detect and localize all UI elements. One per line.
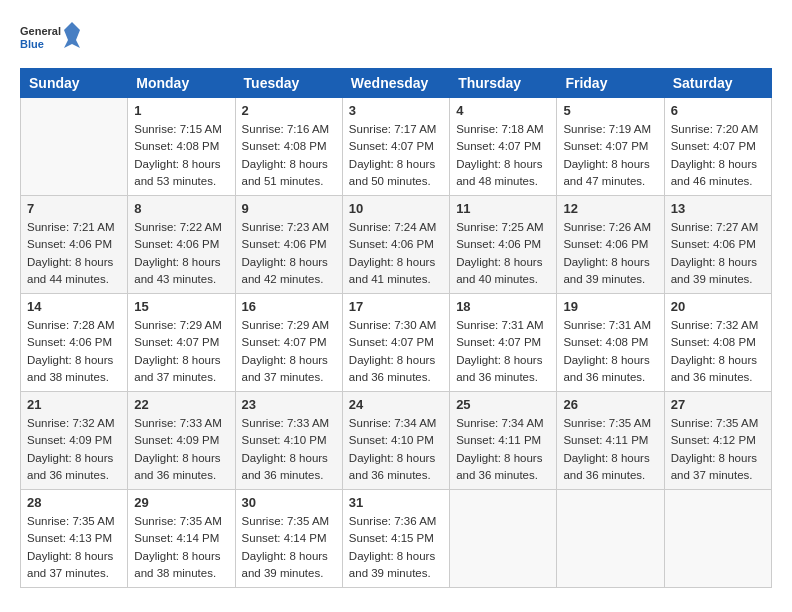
day-info: Sunrise: 7:35 AMSunset: 4:14 PMDaylight:… (242, 513, 336, 582)
calendar-cell: 26Sunrise: 7:35 AMSunset: 4:11 PMDayligh… (557, 392, 664, 490)
calendar-cell: 2Sunrise: 7:16 AMSunset: 4:08 PMDaylight… (235, 98, 342, 196)
day-number: 31 (349, 495, 443, 510)
day-info: Sunrise: 7:23 AMSunset: 4:06 PMDaylight:… (242, 219, 336, 288)
calendar-cell: 28Sunrise: 7:35 AMSunset: 4:13 PMDayligh… (21, 490, 128, 588)
calendar-cell: 29Sunrise: 7:35 AMSunset: 4:14 PMDayligh… (128, 490, 235, 588)
calendar-cell: 23Sunrise: 7:33 AMSunset: 4:10 PMDayligh… (235, 392, 342, 490)
day-info: Sunrise: 7:21 AMSunset: 4:06 PMDaylight:… (27, 219, 121, 288)
calendar-cell: 8Sunrise: 7:22 AMSunset: 4:06 PMDaylight… (128, 196, 235, 294)
calendar-cell: 12Sunrise: 7:26 AMSunset: 4:06 PMDayligh… (557, 196, 664, 294)
calendar-cell: 1Sunrise: 7:15 AMSunset: 4:08 PMDaylight… (128, 98, 235, 196)
day-number: 4 (456, 103, 550, 118)
calendar-cell (21, 98, 128, 196)
week-row-4: 21Sunrise: 7:32 AMSunset: 4:09 PMDayligh… (21, 392, 772, 490)
day-number: 12 (563, 201, 657, 216)
day-number: 23 (242, 397, 336, 412)
day-number: 24 (349, 397, 443, 412)
calendar-cell: 24Sunrise: 7:34 AMSunset: 4:10 PMDayligh… (342, 392, 449, 490)
calendar-cell (664, 490, 771, 588)
day-info: Sunrise: 7:35 AMSunset: 4:12 PMDaylight:… (671, 415, 765, 484)
day-info: Sunrise: 7:32 AMSunset: 4:08 PMDaylight:… (671, 317, 765, 386)
day-number: 13 (671, 201, 765, 216)
calendar-cell: 11Sunrise: 7:25 AMSunset: 4:06 PMDayligh… (450, 196, 557, 294)
calendar-cell (557, 490, 664, 588)
day-info: Sunrise: 7:19 AMSunset: 4:07 PMDaylight:… (563, 121, 657, 190)
day-info: Sunrise: 7:26 AMSunset: 4:06 PMDaylight:… (563, 219, 657, 288)
day-info: Sunrise: 7:29 AMSunset: 4:07 PMDaylight:… (134, 317, 228, 386)
calendar-cell: 13Sunrise: 7:27 AMSunset: 4:06 PMDayligh… (664, 196, 771, 294)
day-info: Sunrise: 7:30 AMSunset: 4:07 PMDaylight:… (349, 317, 443, 386)
day-number: 21 (27, 397, 121, 412)
calendar-cell (450, 490, 557, 588)
header-wednesday: Wednesday (342, 69, 449, 98)
calendar-cell: 4Sunrise: 7:18 AMSunset: 4:07 PMDaylight… (450, 98, 557, 196)
header-monday: Monday (128, 69, 235, 98)
day-info: Sunrise: 7:33 AMSunset: 4:09 PMDaylight:… (134, 415, 228, 484)
header-row: SundayMondayTuesdayWednesdayThursdayFrid… (21, 69, 772, 98)
header-friday: Friday (557, 69, 664, 98)
calendar-cell: 19Sunrise: 7:31 AMSunset: 4:08 PMDayligh… (557, 294, 664, 392)
day-number: 30 (242, 495, 336, 510)
calendar-table: SundayMondayTuesdayWednesdayThursdayFrid… (20, 68, 772, 588)
day-info: Sunrise: 7:22 AMSunset: 4:06 PMDaylight:… (134, 219, 228, 288)
day-info: Sunrise: 7:35 AMSunset: 4:14 PMDaylight:… (134, 513, 228, 582)
calendar-cell: 9Sunrise: 7:23 AMSunset: 4:06 PMDaylight… (235, 196, 342, 294)
week-row-3: 14Sunrise: 7:28 AMSunset: 4:06 PMDayligh… (21, 294, 772, 392)
header-saturday: Saturday (664, 69, 771, 98)
calendar-cell: 27Sunrise: 7:35 AMSunset: 4:12 PMDayligh… (664, 392, 771, 490)
day-number: 22 (134, 397, 228, 412)
day-info: Sunrise: 7:15 AMSunset: 4:08 PMDaylight:… (134, 121, 228, 190)
day-number: 3 (349, 103, 443, 118)
day-number: 27 (671, 397, 765, 412)
calendar-cell: 25Sunrise: 7:34 AMSunset: 4:11 PMDayligh… (450, 392, 557, 490)
page-header: General Blue (20, 20, 772, 60)
header-sunday: Sunday (21, 69, 128, 98)
calendar-cell: 14Sunrise: 7:28 AMSunset: 4:06 PMDayligh… (21, 294, 128, 392)
calendar-cell: 30Sunrise: 7:35 AMSunset: 4:14 PMDayligh… (235, 490, 342, 588)
day-number: 1 (134, 103, 228, 118)
day-number: 25 (456, 397, 550, 412)
week-row-1: 1Sunrise: 7:15 AMSunset: 4:08 PMDaylight… (21, 98, 772, 196)
day-info: Sunrise: 7:27 AMSunset: 4:06 PMDaylight:… (671, 219, 765, 288)
header-tuesday: Tuesday (235, 69, 342, 98)
day-info: Sunrise: 7:29 AMSunset: 4:07 PMDaylight:… (242, 317, 336, 386)
day-info: Sunrise: 7:16 AMSunset: 4:08 PMDaylight:… (242, 121, 336, 190)
day-number: 26 (563, 397, 657, 412)
day-number: 5 (563, 103, 657, 118)
day-info: Sunrise: 7:28 AMSunset: 4:06 PMDaylight:… (27, 317, 121, 386)
day-number: 19 (563, 299, 657, 314)
calendar-cell: 10Sunrise: 7:24 AMSunset: 4:06 PMDayligh… (342, 196, 449, 294)
day-number: 15 (134, 299, 228, 314)
day-info: Sunrise: 7:33 AMSunset: 4:10 PMDaylight:… (242, 415, 336, 484)
day-number: 6 (671, 103, 765, 118)
day-info: Sunrise: 7:35 AMSunset: 4:13 PMDaylight:… (27, 513, 121, 582)
day-info: Sunrise: 7:32 AMSunset: 4:09 PMDaylight:… (27, 415, 121, 484)
day-number: 2 (242, 103, 336, 118)
day-number: 28 (27, 495, 121, 510)
calendar-cell: 5Sunrise: 7:19 AMSunset: 4:07 PMDaylight… (557, 98, 664, 196)
calendar-cell: 21Sunrise: 7:32 AMSunset: 4:09 PMDayligh… (21, 392, 128, 490)
logo-svg: General Blue (20, 20, 80, 60)
day-info: Sunrise: 7:35 AMSunset: 4:11 PMDaylight:… (563, 415, 657, 484)
day-number: 20 (671, 299, 765, 314)
day-number: 14 (27, 299, 121, 314)
calendar-cell: 17Sunrise: 7:30 AMSunset: 4:07 PMDayligh… (342, 294, 449, 392)
week-row-5: 28Sunrise: 7:35 AMSunset: 4:13 PMDayligh… (21, 490, 772, 588)
day-info: Sunrise: 7:17 AMSunset: 4:07 PMDaylight:… (349, 121, 443, 190)
calendar-cell: 18Sunrise: 7:31 AMSunset: 4:07 PMDayligh… (450, 294, 557, 392)
calendar-cell: 16Sunrise: 7:29 AMSunset: 4:07 PMDayligh… (235, 294, 342, 392)
calendar-cell: 3Sunrise: 7:17 AMSunset: 4:07 PMDaylight… (342, 98, 449, 196)
calendar-cell: 20Sunrise: 7:32 AMSunset: 4:08 PMDayligh… (664, 294, 771, 392)
day-number: 16 (242, 299, 336, 314)
day-info: Sunrise: 7:20 AMSunset: 4:07 PMDaylight:… (671, 121, 765, 190)
day-info: Sunrise: 7:31 AMSunset: 4:07 PMDaylight:… (456, 317, 550, 386)
day-info: Sunrise: 7:18 AMSunset: 4:07 PMDaylight:… (456, 121, 550, 190)
day-number: 10 (349, 201, 443, 216)
day-info: Sunrise: 7:34 AMSunset: 4:11 PMDaylight:… (456, 415, 550, 484)
day-number: 9 (242, 201, 336, 216)
day-number: 7 (27, 201, 121, 216)
day-info: Sunrise: 7:34 AMSunset: 4:10 PMDaylight:… (349, 415, 443, 484)
day-number: 29 (134, 495, 228, 510)
svg-text:General: General (20, 25, 61, 37)
day-info: Sunrise: 7:36 AMSunset: 4:15 PMDaylight:… (349, 513, 443, 582)
